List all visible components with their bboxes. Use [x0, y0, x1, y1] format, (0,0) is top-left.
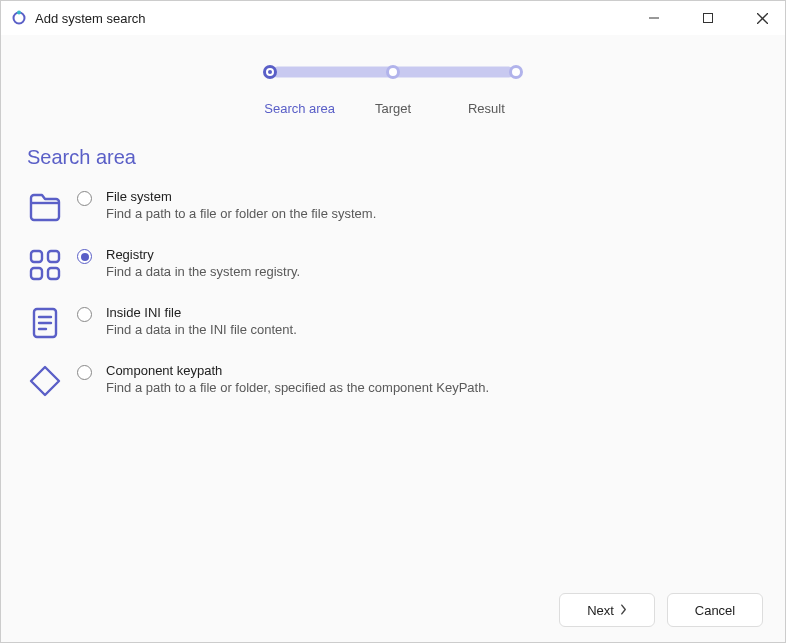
option-title: Registry [106, 247, 300, 262]
close-button[interactable] [739, 1, 785, 35]
window-title: Add system search [35, 11, 146, 26]
app-icon [11, 10, 27, 26]
cancel-button[interactable]: Cancel [667, 593, 763, 627]
svg-rect-3 [704, 14, 713, 23]
diamond-icon [27, 363, 63, 399]
button-label: Next [587, 603, 614, 618]
button-label: Cancel [695, 603, 735, 618]
option-title: File system [106, 189, 376, 204]
option-filesystem[interactable]: File system Find a path to a file or fol… [27, 189, 759, 225]
chevron-right-icon [620, 603, 627, 618]
option-title: Inside INI file [106, 305, 297, 320]
svg-rect-7 [31, 251, 42, 262]
next-button[interactable]: Next [559, 593, 655, 627]
section-title: Search area [27, 146, 759, 169]
step-dot-2 [386, 65, 400, 79]
svg-rect-9 [31, 268, 42, 279]
step-dot-3 [509, 65, 523, 79]
option-registry[interactable]: Registry Find a data in the system regis… [27, 247, 759, 283]
grid-icon [27, 247, 63, 283]
maximize-button[interactable] [685, 1, 731, 35]
dialog-footer: Next Cancel [1, 578, 785, 642]
step-label-2: Target [346, 101, 439, 116]
dialog-window: Add system search Search area Target Res… [0, 0, 786, 643]
option-desc: Find a data in the system registry. [106, 264, 300, 279]
radio-ini[interactable] [77, 307, 92, 322]
option-desc: Find a data in the INI file content. [106, 322, 297, 337]
wizard-labels: Search area Target Result [253, 101, 533, 116]
minimize-button[interactable] [631, 1, 677, 35]
svg-point-1 [17, 11, 21, 15]
option-desc: Find a path to a file or folder on the f… [106, 206, 376, 221]
radio-filesystem[interactable] [77, 191, 92, 206]
option-title: Component keypath [106, 363, 489, 378]
radio-registry[interactable] [77, 249, 92, 264]
document-icon [27, 305, 63, 341]
titlebar: Add system search [1, 1, 785, 35]
svg-rect-8 [48, 251, 59, 262]
step-dot-1 [263, 65, 277, 79]
dialog-body: Search area Target Result Search area Fi… [1, 35, 785, 578]
step-label-3: Result [440, 101, 533, 116]
step-label-1: Search area [253, 101, 346, 116]
option-component[interactable]: Component keypath Find a path to a file … [27, 363, 759, 399]
radio-component[interactable] [77, 365, 92, 380]
option-desc: Find a path to a file or folder, specifi… [106, 380, 489, 395]
folder-icon [27, 189, 63, 225]
wizard-progress [27, 63, 759, 81]
option-ini[interactable]: Inside INI file Find a data in the INI f… [27, 305, 759, 341]
svg-rect-10 [48, 268, 59, 279]
